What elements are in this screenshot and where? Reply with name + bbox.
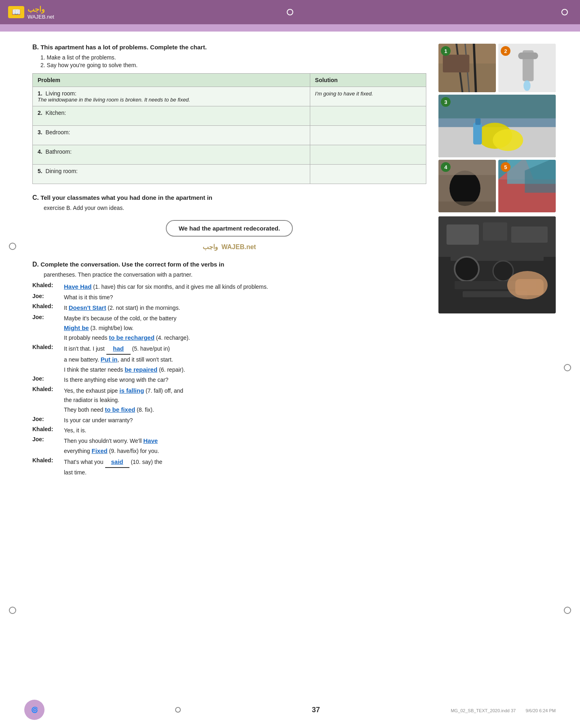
watermark-logo-sub: WAJEB.net bbox=[222, 243, 256, 250]
answer-said-underline: said bbox=[105, 457, 129, 468]
table-row: 2. Kitchen: bbox=[33, 106, 426, 126]
speaker-joe-5: Joe: bbox=[32, 436, 61, 456]
conv-row-khaled-4: Khaled: Yes, the exhaust pipe is falling… bbox=[32, 386, 426, 415]
footer-logo-icon: 🌀 bbox=[25, 701, 43, 719]
conv-text-khaled-1: Have Had (1. have) this car for six mont… bbox=[64, 282, 426, 292]
photo-row-3: 3 bbox=[438, 95, 556, 157]
row-num-1: 1. bbox=[38, 90, 42, 97]
photo-5: 5 bbox=[498, 160, 556, 212]
section-d: D. Complete the conversation. Use the co… bbox=[32, 261, 426, 477]
watermark-logo-text: واجب bbox=[203, 243, 218, 250]
section-c-instruction2: exercise B. Add your own ideas. bbox=[44, 205, 426, 211]
sub-instruction-2: 2. Say how you're going to solve them. bbox=[40, 62, 426, 68]
answer-have-had: Have Had bbox=[64, 283, 91, 290]
conv-row-joe-2: Joe: Maybe it's because of the cold, or … bbox=[32, 314, 426, 343]
book-icon: 📖 bbox=[8, 6, 24, 18]
problem-cell-5: 5. Dining room: bbox=[33, 165, 310, 184]
photo-1: 1 bbox=[438, 44, 496, 92]
table-row: 3. Bedroom: bbox=[33, 126, 426, 145]
conv-text-joe-4: Is your car under warranty? bbox=[64, 416, 426, 425]
problem-cell-1: 1. Living room: The windowpane in the li… bbox=[33, 87, 310, 106]
conv-text-khaled-4: Yes, the exhaust pipe is falling (7. fal… bbox=[64, 386, 426, 415]
photo-number-2: 2 bbox=[501, 46, 510, 56]
speaker-khaled-1: Khaled: bbox=[32, 282, 61, 292]
problem-cell-3: 3. Bedroom: bbox=[33, 126, 310, 145]
photo-3: 3 bbox=[438, 95, 556, 157]
room-label-4: Bathroom: bbox=[46, 148, 72, 155]
logo-area: 📖 واجب WAJEB.net bbox=[8, 5, 54, 20]
section-c-letter: C. bbox=[32, 194, 39, 201]
conv-row-joe-3: Joe: Is there anything else wrong with t… bbox=[32, 375, 426, 385]
footer-logo: 🌀 bbox=[24, 700, 44, 720]
row-num-3: 3. bbox=[38, 129, 42, 135]
right-dot-marker-2 bbox=[564, 607, 571, 614]
section-d-letter: D. bbox=[32, 261, 39, 268]
solution-cell-4 bbox=[310, 145, 426, 165]
svg-rect-31 bbox=[511, 226, 548, 243]
answer-be-repaired: be repaired bbox=[125, 366, 157, 373]
section-c-label: C. Tell your classmates what you had don… bbox=[32, 194, 426, 201]
speaker-khaled-4: Khaled: bbox=[32, 386, 61, 415]
photo-number-4: 4 bbox=[441, 162, 451, 172]
solution-cell-1: I'm going to have it fixed. bbox=[310, 87, 426, 106]
svg-rect-5 bbox=[443, 55, 470, 72]
speaker-joe-3: Joe: bbox=[32, 375, 61, 385]
conv-row-khaled-2: Khaled: It Doesn't Start (2. not start) … bbox=[32, 303, 426, 313]
conv-row-joe-4: Joe: Is your car under warranty? bbox=[32, 416, 426, 425]
speaker-joe-4: Joe: bbox=[32, 416, 61, 425]
svg-rect-21 bbox=[438, 201, 496, 212]
section-b-instruction: This apartment has a lot of problems. Co… bbox=[40, 44, 207, 51]
conv-text-khaled-6: That's what you said (10. say) the last … bbox=[64, 457, 426, 477]
problem-italic-1: The windowpane in the living room is bro… bbox=[38, 97, 305, 103]
sub-instructions: 1. Make a list of the problems. 2. Say h… bbox=[40, 54, 426, 68]
conv-text-joe-2: Maybe it's because of the cold, or the b… bbox=[64, 314, 426, 343]
room-label-2: Kitchen: bbox=[46, 110, 66, 116]
conv-row-khaled-6: Khaled: That's what you said (10. say) t… bbox=[32, 457, 426, 477]
svg-rect-29 bbox=[447, 224, 479, 245]
row-num-2: 2. bbox=[38, 110, 42, 116]
svg-rect-13 bbox=[438, 95, 556, 127]
solution-italic-1: I'm going to have it fixed. bbox=[315, 91, 373, 97]
section-d-instruction2: parentheses. Then practice the conversat… bbox=[44, 271, 426, 278]
photo-number-3: 3 bbox=[441, 97, 451, 107]
main-content: B. This apartment has a lot of problems.… bbox=[0, 32, 580, 490]
wajeb-watermark: واجب WAJEB.net bbox=[32, 243, 426, 251]
conv-text-khaled-3: It isn't that. I just had (5. have/put i… bbox=[64, 344, 426, 375]
right-dot-marker-1 bbox=[564, 364, 571, 371]
solution-cell-5 bbox=[310, 165, 426, 184]
page-footer: 🌀 37 MG_02_SB_TEXT_2020.indd 37 9/6/20 6… bbox=[0, 700, 580, 720]
table-header-solution: Solution bbox=[310, 74, 426, 87]
svg-rect-38 bbox=[515, 279, 544, 295]
svg-rect-16 bbox=[473, 123, 482, 144]
room-label-5: Dining room: bbox=[46, 168, 78, 174]
section-b: B. This apartment has a lot of problems.… bbox=[32, 44, 426, 184]
logo-sub: WAJEB.net bbox=[28, 14, 54, 20]
answer-is-falling: is falling bbox=[119, 387, 144, 394]
svg-point-19 bbox=[449, 171, 480, 206]
svg-rect-30 bbox=[483, 222, 507, 241]
header-right-dot bbox=[561, 9, 568, 15]
room-label-1: Living room: bbox=[46, 90, 76, 97]
left-column: B. This apartment has a lot of problems.… bbox=[32, 44, 426, 478]
svg-rect-17 bbox=[475, 119, 481, 125]
footer-center-dot bbox=[175, 707, 181, 713]
solution-cell-3 bbox=[310, 126, 426, 145]
page-number: 37 bbox=[312, 706, 320, 714]
footer-file-info-area: MG_02_SB_TEXT_2020.indd 37 9/6/20 6:24 P… bbox=[451, 707, 556, 713]
speech-container: We had the apartment redecorated. واجب W… bbox=[32, 215, 426, 251]
section-b-letter: B. bbox=[32, 44, 39, 51]
svg-rect-9 bbox=[518, 53, 538, 59]
problem-cell-2: 2. Kitchen: bbox=[33, 106, 310, 126]
section-c: C. Tell your classmates what you had don… bbox=[32, 194, 426, 251]
section-c-instruction1: Tell your classmates what you had done i… bbox=[40, 194, 212, 201]
conv-text-khaled-2: It Doesn't Start (2. not start) in the m… bbox=[64, 303, 426, 313]
conv-row-khaled-1: Khaled: Have Had (1. have) this car for … bbox=[32, 282, 426, 292]
conv-text-joe-3: Is there anything else wrong with the ca… bbox=[64, 375, 426, 385]
header-bar: 📖 واجب WAJEB.net bbox=[0, 0, 580, 24]
conv-row-joe-5: Joe: Then you shouldn't worry. We'll Hav… bbox=[32, 436, 426, 456]
photo-row-1-2: 1 2 bbox=[438, 44, 556, 92]
conv-row-khaled-3: Khaled: It isn't that. I just had (5. ha… bbox=[32, 344, 426, 375]
answer-doesnt-start: Doesn't Start bbox=[69, 304, 106, 311]
speaker-khaled-5: Khaled: bbox=[32, 426, 61, 435]
speaker-joe-2: Joe: bbox=[32, 314, 61, 343]
